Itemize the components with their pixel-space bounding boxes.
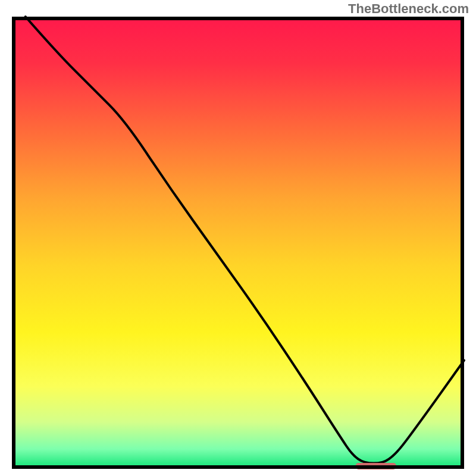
chart-container: TheBottleneck.com [0, 0, 476, 476]
plot-area [14, 17, 464, 469]
chart-svg [0, 0, 476, 476]
gradient-background [14, 18, 462, 467]
watermark-text: TheBottleneck.com [348, 1, 469, 17]
